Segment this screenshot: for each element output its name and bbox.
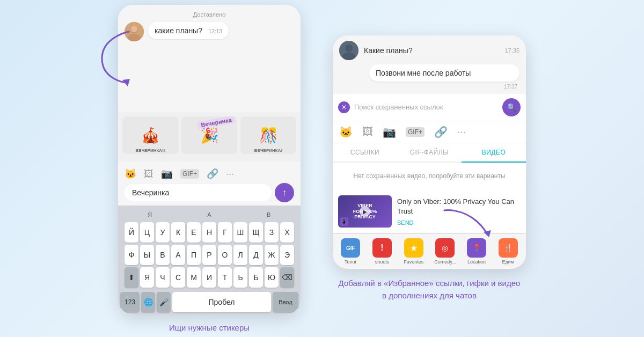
key-я[interactable]: Я [140, 267, 154, 288]
sticker-3[interactable]: 🎊 ВЕЧЕРИНКА! [240, 116, 296, 154]
video-result[interactable]: VIBERFOR 100%PRIVACY ▶ 📱 Only on Viber: … [333, 190, 526, 233]
key-й[interactable]: Й [125, 222, 138, 243]
search-bar: ✕ Поиск сохраненных ссылок 🔍 [333, 94, 526, 121]
photo-toolbar-icon[interactable]: 🖼 [362, 126, 373, 138]
chat-area-right: Какие планы? 17:35 Позвони мне после раб… [333, 35, 526, 94]
key-и[interactable]: И [202, 267, 216, 288]
key-с[interactable]: С [171, 267, 185, 288]
key-а[interactable]: А [171, 245, 185, 265]
link-icon[interactable]: 🔗 [207, 168, 218, 180]
message-input[interactable]: Вечеринка [125, 184, 272, 201]
chat-name: Какие планы? [364, 46, 413, 55]
key-щ[interactable]: Щ [249, 222, 263, 243]
key-м[interactable]: М [187, 267, 201, 288]
key-у[interactable]: У [156, 222, 170, 243]
app-bar-tenor[interactable]: GIF Tenor [336, 238, 365, 265]
search-close-button[interactable]: ✕ [338, 101, 350, 113]
avatar-image-right [339, 41, 358, 60]
key-г[interactable]: Г [218, 222, 232, 243]
video-thumbnail: VIBERFOR 100%PRIVACY ▶ 📱 [338, 195, 392, 228]
bubble-time-2: 17:37 [339, 84, 519, 90]
predict-3[interactable]: В [239, 210, 298, 219]
key-т[interactable]: Т [218, 267, 232, 288]
key-shift[interactable]: ⬆ [125, 267, 138, 288]
arrow-decoration-left [97, 26, 134, 91]
key-э[interactable]: Э [280, 245, 294, 265]
key-ч[interactable]: Ч [156, 267, 170, 288]
key-о[interactable]: О [218, 245, 232, 265]
edim-icon: 🍴 [499, 238, 518, 258]
more-toolbar-icon[interactable]: ··· [457, 126, 466, 138]
key-ш[interactable]: Ш [233, 222, 247, 243]
bubble-received: Позвони мне после работы [369, 64, 519, 82]
camera-toolbar-icon[interactable]: 📷 [383, 126, 396, 138]
shouts-icon: ! [372, 238, 392, 258]
key-ж[interactable]: Ж [265, 245, 279, 265]
key-н[interactable]: Н [202, 222, 216, 243]
key-р[interactable]: Р [202, 245, 216, 265]
gif-toolbar-icon[interactable]: GIF+ [406, 127, 425, 137]
chat-header-row: Какие планы? 17:35 [339, 41, 519, 60]
more-icon[interactable]: ··· [226, 169, 234, 180]
no-content-message: Нет сохраненных видео, попробуйте эти ва… [333, 163, 526, 190]
predict-1[interactable]: Я [120, 210, 180, 219]
caption-right: Добавляй в «Избранное» ссылки, гифки и в… [338, 277, 521, 302]
sticker-toolbar-icon[interactable]: 🐱 [339, 126, 353, 138]
tab-links[interactable]: ССЫЛКИ [333, 143, 397, 162]
key-к[interactable]: К [171, 222, 185, 243]
key-ю[interactable]: Ю [265, 267, 279, 288]
photo-icon[interactable]: 🖼 [144, 169, 153, 180]
message-input-row: Вечеринка ↑ [125, 183, 294, 202]
sticker-2[interactable]: 🎉 Вечеринка [181, 116, 237, 154]
content-toolbar: 🐱 🖼 📷 GIF+ 🔗 ··· [333, 121, 526, 143]
key-globe[interactable]: 🌐 [141, 292, 155, 312]
key-numbers[interactable]: 123 [120, 292, 140, 312]
app-bar-shouts[interactable]: ! shouts [368, 238, 397, 265]
tab-gif[interactable]: GIF-ФАЙЛЫ [397, 143, 462, 162]
key-backspace[interactable]: ⌫ [280, 267, 294, 288]
tab-video[interactable]: ВИДЕО [462, 143, 526, 163]
key-е[interactable]: Е [187, 222, 201, 243]
chat-time-1: 17:35 [504, 47, 519, 54]
app-bar-favorites[interactable]: ★ Favorites [399, 238, 428, 265]
key-space[interactable]: Пробел [172, 292, 271, 312]
avatar-right [339, 41, 358, 60]
caption-left: Ищи нужные стикеры [169, 323, 250, 332]
send-button[interactable]: ↑ [275, 183, 294, 202]
favorites-icon: ★ [404, 238, 423, 258]
tenor-icon: GIF [341, 238, 360, 258]
stickers-row: 🎪 ВЕЧЕРИНКА!! 🎉 Вечеринка 🎊 ВЕЧЕРИНКА! [122, 116, 296, 154]
key-enter[interactable]: Ввод [273, 292, 298, 312]
key-ь[interactable]: Ь [233, 267, 247, 288]
app-bar: GIF Tenor ! shouts ★ Favorites ◎ [333, 233, 526, 269]
gif-icon[interactable]: GIF+ [180, 169, 199, 179]
key-mic[interactable]: 🎤 [157, 292, 171, 312]
input-area: 🐱 🖼 📷 GIF+ 🔗 ··· Вечеринка ↑ [118, 162, 301, 206]
key-п[interactable]: П [187, 245, 201, 265]
search-submit-button[interactable]: 🔍 [502, 98, 521, 116]
sticker-icon[interactable]: 🐱 [125, 168, 136, 180]
right-phone: Какие планы? 17:35 Позвони мне после раб… [333, 35, 526, 302]
keyboard: Я А В Й Ц У К Е Н Г Ш Щ З Х [118, 206, 301, 314]
left-phone: Доставлено какие планы? 12:13 [118, 5, 301, 332]
key-в[interactable]: В [156, 245, 170, 265]
stickers-area: 🎪 ВЕЧЕРИНКА!! 🎉 Вечеринка 🎊 ВЕЧЕРИНКА! [118, 112, 301, 162]
key-ц[interactable]: Ц [140, 222, 154, 243]
keyboard-row-bottom: 123 🌐 🎤 Пробел Ввод [120, 292, 298, 312]
key-д[interactable]: Д [249, 245, 263, 265]
camera-icon[interactable]: 📷 [161, 168, 173, 180]
keyboard-predictive-row: Я А В [120, 210, 298, 219]
key-б[interactable]: Б [249, 267, 263, 288]
app-bar-edim[interactable]: 🍴 Едим [493, 238, 523, 265]
predict-2[interactable]: А [180, 210, 239, 219]
key-л[interactable]: Л [233, 245, 247, 265]
key-х[interactable]: Х [280, 222, 294, 243]
keyboard-row-1: Й Ц У К Е Н Г Ш Щ З Х [120, 222, 298, 243]
search-input[interactable]: Поиск сохраненных ссылок [354, 103, 498, 111]
key-ф[interactable]: Ф [125, 245, 138, 265]
key-з[interactable]: З [265, 222, 279, 243]
link-toolbar-icon[interactable]: 🔗 [434, 126, 448, 138]
key-ы[interactable]: Ы [140, 245, 154, 265]
delivered-label: Доставлено [125, 11, 294, 18]
sticker-1[interactable]: 🎪 ВЕЧЕРИНКА!! [122, 116, 178, 154]
